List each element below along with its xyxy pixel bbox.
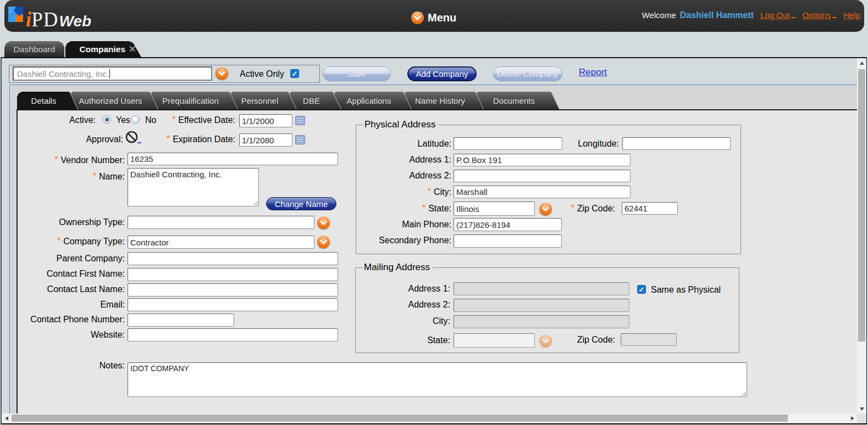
help-link[interactable]: Help xyxy=(843,10,860,20)
expiration-date-input[interactable] xyxy=(239,133,292,147)
parent-company-input[interactable] xyxy=(128,252,338,265)
mail-zip-label: Zip Code: xyxy=(521,335,615,345)
email-input[interactable] xyxy=(128,298,338,311)
no-approval-icon[interactable] xyxy=(125,131,138,143)
mail-zip-input xyxy=(621,333,677,346)
tab-dbe-label: DBE xyxy=(303,96,320,105)
contact-first-name-input[interactable] xyxy=(128,268,338,281)
required-asterisk: * xyxy=(428,187,431,196)
save-button-label: Save xyxy=(347,69,366,79)
longitude-label: Longitude: xyxy=(521,139,619,149)
vendor-number-input[interactable] xyxy=(128,153,338,165)
mail-city-input xyxy=(454,315,629,328)
contact-phone-label: Contact Phone Number: xyxy=(18,315,125,325)
window-tab-companies[interactable]: Companies ✕ xyxy=(65,41,141,57)
scroll-up-button[interactable] xyxy=(857,58,866,68)
notes-label: Notes: xyxy=(18,361,125,371)
tab-authorized-users-label: Authorized Users xyxy=(79,96,142,105)
horizontal-scrollbar-thumb[interactable] xyxy=(12,415,788,422)
window-tab-dashboard[interactable]: Dashboard xyxy=(4,41,64,57)
delete-company-button-label: Delete Company xyxy=(497,69,559,79)
company-search-value: Dashiell Contracting, Inc. xyxy=(17,69,109,79)
vertical-scrollbar-thumb[interactable] xyxy=(858,69,865,342)
mailing-address-legend: Mailing Address xyxy=(363,262,433,273)
arrow-up-icon xyxy=(860,61,864,65)
company-search-input[interactable]: Dashiell Contracting, Inc. xyxy=(13,66,212,81)
contact-phone-input[interactable] xyxy=(128,314,234,327)
required-asterisk: * xyxy=(172,115,175,124)
phys-address2-input[interactable] xyxy=(454,170,631,182)
calendar-icon[interactable] xyxy=(295,135,305,144)
horizontal-scrollbar[interactable] xyxy=(2,413,857,423)
tab-dbe[interactable]: DBE xyxy=(289,92,341,109)
contact-last-name-label: Contact Last Name: xyxy=(18,284,125,294)
tab-details[interactable]: Details xyxy=(17,92,78,109)
effective-date-input[interactable] xyxy=(239,114,292,127)
tab-personnel[interactable]: Personnel xyxy=(230,92,296,109)
phys-city-input[interactable] xyxy=(454,186,631,198)
tab-prequalification[interactable]: Prequalification xyxy=(151,92,237,109)
mailing-address-group: Mailing Address Address 1: ✓ Same as Phy… xyxy=(355,262,739,353)
tab-documents[interactable]: Documents xyxy=(476,92,559,109)
add-company-button-label: Add Company xyxy=(416,69,468,79)
phys-zip-input[interactable] xyxy=(622,202,678,215)
scroll-left-button[interactable] xyxy=(2,413,11,423)
report-link[interactable]: Report xyxy=(579,67,607,78)
change-name-button[interactable]: Change Name xyxy=(266,197,336,210)
close-tab-icon[interactable]: ✕ xyxy=(129,44,136,54)
required-asterisk: * xyxy=(93,171,96,181)
phys-address1-label: Address 1: xyxy=(356,155,451,165)
notes-textarea[interactable]: IDOT COMPANY xyxy=(128,362,747,397)
secondary-phone-input[interactable] xyxy=(454,234,562,248)
website-input[interactable] xyxy=(128,328,338,342)
tab-applications[interactable]: Applications xyxy=(334,92,411,109)
ownership-type-input[interactable] xyxy=(128,216,314,229)
calendar-icon[interactable] xyxy=(295,116,305,125)
scroll-down-button[interactable] xyxy=(857,404,866,413)
latitude-label: Latitude: xyxy=(356,139,451,149)
tab-dbe-shape: DBE xyxy=(289,92,341,109)
longitude-input[interactable] xyxy=(622,137,731,150)
approval-link-underscore[interactable] xyxy=(137,142,141,143)
tab-details-shape: Details xyxy=(17,92,78,109)
tab-authorized-users[interactable]: Authorized Users xyxy=(70,92,158,109)
secondary-phone-label: Secondary Phone: xyxy=(356,236,451,245)
active-label: Active: xyxy=(18,115,96,125)
arrow-right-icon xyxy=(851,416,854,421)
arrow-left-icon xyxy=(5,416,8,421)
expiration-date-label: *Expiration Date: xyxy=(150,135,235,144)
add-company-button[interactable]: Add Company xyxy=(407,66,477,81)
menu-button[interactable]: Menu xyxy=(411,12,456,24)
companies-tab-container: Details Authorized Users Prequalificatio… xyxy=(9,85,858,413)
approval-label: Approval: xyxy=(18,135,123,144)
ownership-type-dropdown-button[interactable] xyxy=(317,216,330,229)
same-as-physical-checkbox[interactable]: ✓ xyxy=(637,285,646,294)
options-link[interactable]: Options xyxy=(802,10,837,20)
company-search-dropdown-button[interactable] xyxy=(215,67,228,80)
company-type-dropdown-button[interactable] xyxy=(317,236,330,248)
vertical-scrollbar[interactable] xyxy=(857,58,866,413)
tab-name-history[interactable]: Name History xyxy=(404,92,483,109)
active-only-checkbox[interactable]: ✓ xyxy=(290,69,299,78)
company-type-input[interactable] xyxy=(128,236,314,249)
main-phone-label: Main Phone: xyxy=(356,220,451,230)
save-button[interactable]: Save xyxy=(323,66,391,81)
window-tab-dashboard-label: Dashboard xyxy=(14,44,56,54)
phys-city-label: *City: xyxy=(356,187,451,197)
contact-last-name-input[interactable] xyxy=(128,283,338,297)
window-tab-companies-label: Companies xyxy=(80,44,126,54)
required-asterisk: * xyxy=(167,134,170,143)
delete-company-button[interactable]: Delete Company xyxy=(493,66,562,81)
tab-prequalification-shape: Prequalification xyxy=(151,92,237,109)
phys-zip-label: *Zip Code: xyxy=(520,204,615,214)
active-no-radio[interactable] xyxy=(131,115,140,124)
active-yes-radio[interactable] xyxy=(103,115,111,124)
required-asterisk: * xyxy=(571,203,574,213)
name-textarea[interactable]: Dashiell Contracting, Inc. xyxy=(128,168,259,206)
logout-link[interactable]: Log Out xyxy=(760,10,795,20)
tab-documents-shape: Documents xyxy=(476,92,559,109)
scroll-right-button[interactable] xyxy=(848,413,857,423)
phys-address1-input[interactable] xyxy=(454,154,631,166)
required-asterisk: * xyxy=(54,155,58,164)
main-phone-input[interactable] xyxy=(454,218,562,231)
